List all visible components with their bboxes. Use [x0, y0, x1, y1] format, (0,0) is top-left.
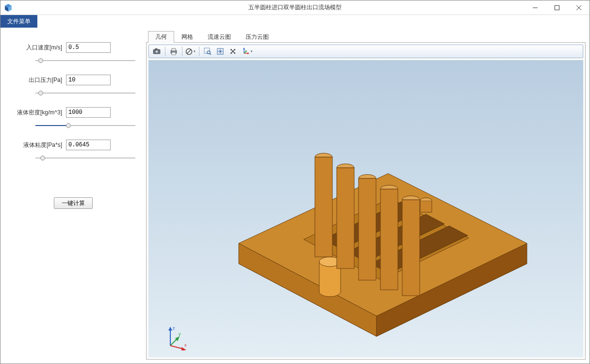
titlebar: 五半圆柱进口双半圆柱出口流场模型: [0, 0, 590, 15]
camera-icon[interactable]: [151, 46, 163, 57]
input-liquid-viscosity[interactable]: [66, 140, 111, 150]
label-outlet-pressure: 出口压力[Pa]: [10, 76, 66, 84]
menubar: 文件菜单: [0, 15, 590, 28]
svg-rect-8: [155, 48, 157, 50]
toolbar-separator: [199, 47, 199, 56]
svg-point-9: [155, 50, 158, 53]
chevron-down-icon: ▼: [250, 50, 253, 53]
menu-file[interactable]: 文件菜单: [0, 15, 37, 28]
svg-line-17: [210, 53, 211, 55]
svg-rect-45: [337, 168, 354, 269]
input-inlet-velocity[interactable]: [66, 42, 111, 53]
slider-liquid-viscosity[interactable]: [35, 154, 135, 162]
row-inlet-velocity: 入口速度[m/s]: [10, 42, 136, 53]
tab-velocity-cloud[interactable]: 流速云图: [200, 31, 238, 43]
tabs: 几何 网格 流速云图 压力云图: [146, 31, 586, 42]
svg-marker-27: [243, 47, 245, 49]
slider-liquid-density-row: [34, 121, 134, 131]
window-title: 五半圆柱进口双半圆柱出口流场模型: [0, 3, 590, 12]
tab-pressure-cloud[interactable]: 压力云图: [238, 31, 276, 43]
tab-geometry[interactable]: 几何: [148, 31, 174, 43]
axis-x-label: x: [184, 343, 187, 348]
geometry-model: [148, 60, 583, 357]
svg-rect-12: [172, 52, 176, 55]
svg-line-14: [187, 49, 191, 53]
svg-rect-49: [380, 189, 398, 290]
toolbar-separator: [165, 47, 165, 56]
label-liquid-viscosity: 液体粘度[Pa*s]: [10, 141, 66, 149]
extents-icon[interactable]: [214, 46, 226, 57]
slider-outlet-pressure-row: [34, 88, 134, 98]
forbid-icon[interactable]: ▼: [185, 46, 197, 57]
close-button[interactable]: [568, 0, 590, 15]
svg-marker-29: [247, 52, 249, 54]
compute-button[interactable]: 一键计算: [54, 197, 93, 209]
axis-triad: z y x: [163, 324, 190, 350]
row-liquid-density: 液体密度[kg/m^3]: [10, 107, 136, 118]
svg-rect-43: [315, 157, 332, 257]
row-liquid-viscosity: 液体粘度[Pa*s]: [10, 140, 136, 150]
axis-y-label: y: [179, 332, 181, 336]
svg-marker-59: [181, 347, 186, 350]
axis-orient-icon[interactable]: ▼: [240, 46, 254, 57]
svg-rect-11: [172, 48, 176, 51]
svg-point-19: [220, 51, 221, 52]
row-outlet-pressure: 出口压力[Pa]: [10, 75, 136, 85]
slider-inlet-velocity[interactable]: [35, 57, 135, 64]
minimize-button[interactable]: [524, 0, 546, 15]
main-area: 入口速度[m/s] 出口压力[Pa] 液体密度[kg/m^3] 液体粘度[Pa*…: [0, 28, 590, 364]
parameters-panel: 入口速度[m/s] 出口压力[Pa] 液体密度[kg/m^3] 液体粘度[Pa*…: [0, 28, 146, 364]
svg-marker-55: [168, 327, 172, 331]
axes-toggle-icon[interactable]: [227, 46, 239, 57]
maximize-button[interactable]: [546, 0, 568, 15]
slider-inlet-velocity-row: [34, 56, 134, 66]
svg-rect-53: [420, 201, 432, 212]
svg-line-58: [170, 346, 183, 349]
app-icon: [3, 3, 13, 13]
window-controls: [524, 0, 590, 15]
graphics-toolbar: ▼: [148, 45, 583, 58]
visualization-panel: 几何 网格 流速云图 压力云图 ▼: [146, 28, 590, 364]
slider-outlet-pressure[interactable]: [35, 89, 135, 97]
svg-rect-47: [359, 178, 376, 280]
viewport-3d[interactable]: z y x: [148, 60, 583, 357]
print-icon[interactable]: [168, 46, 180, 57]
label-liquid-density: 液体密度[kg/m^3]: [10, 109, 66, 117]
input-outlet-pressure[interactable]: [66, 75, 111, 85]
slider-liquid-density[interactable]: [35, 122, 135, 129]
label-inlet-velocity: 入口速度[m/s]: [10, 44, 66, 52]
toolbar-separator: [182, 47, 182, 56]
zoom-select-icon[interactable]: [202, 46, 213, 57]
svg-rect-51: [402, 200, 420, 296]
tab-body: ▼: [146, 42, 586, 360]
chevron-down-icon: ▼: [193, 50, 196, 53]
axis-z-label: z: [173, 326, 175, 331]
input-liquid-density[interactable]: [66, 107, 111, 118]
slider-liquid-viscosity-row: [34, 153, 134, 163]
svg-rect-4: [555, 5, 559, 10]
tab-mesh[interactable]: 网格: [174, 31, 200, 43]
